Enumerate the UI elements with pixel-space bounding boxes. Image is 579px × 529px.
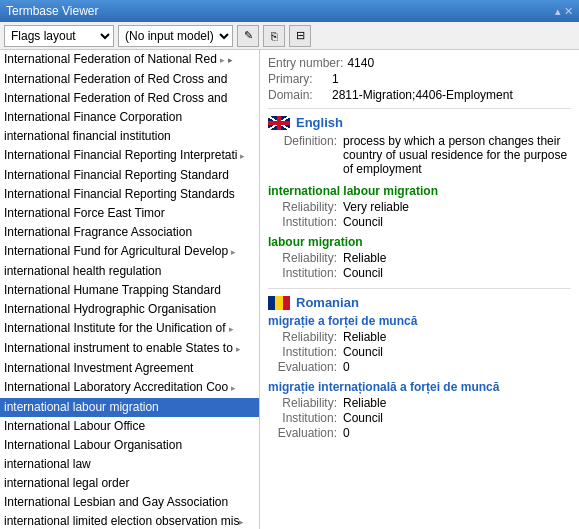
definition-text: process by which a person changes their … bbox=[343, 134, 571, 176]
ro-reliability-label-1: Reliability: bbox=[268, 330, 343, 344]
list-item-selected[interactable]: international labour migration bbox=[0, 398, 259, 417]
ro-term-name-1: migrație a forței de muncă bbox=[268, 314, 571, 328]
list-item[interactable]: international law bbox=[0, 455, 259, 474]
list-item[interactable]: International instrument to enable State… bbox=[0, 339, 259, 359]
list-item[interactable]: international limited election observati… bbox=[0, 512, 259, 529]
list-item[interactable]: International Financial Reporting Interp… bbox=[0, 146, 259, 166]
ro-reliability-value-1: Reliable bbox=[343, 330, 386, 344]
ro-reliability-value-2: Reliable bbox=[343, 396, 386, 410]
list-item[interactable]: International Fragrance Association bbox=[0, 223, 259, 242]
ro-evaluation-value-1: 0 bbox=[343, 360, 350, 374]
main-area: International Federation of National Red… bbox=[0, 50, 579, 529]
term-name-1: international labour migration bbox=[268, 184, 571, 198]
definition-block: Definition: process by which a person ch… bbox=[268, 134, 571, 176]
english-section: English Definition: process by which a p… bbox=[268, 115, 571, 280]
edit-button[interactable]: ✎ bbox=[237, 25, 259, 47]
list-item[interactable]: International Laboratory Accreditation C… bbox=[0, 378, 259, 398]
toolbar: Flags layout Text layout Compact layout … bbox=[0, 22, 579, 50]
term-list: International Federation of National Red… bbox=[0, 50, 260, 529]
term-name-2: labour migration bbox=[268, 235, 571, 249]
title-bar-controls: ▴ ✕ bbox=[555, 5, 573, 18]
divider-2 bbox=[268, 288, 571, 289]
list-item[interactable]: International Fund for Agricultural Deve… bbox=[0, 242, 259, 262]
entry-number-value: 4140 bbox=[347, 56, 374, 70]
english-term-1: international labour migration Reliabili… bbox=[268, 184, 571, 229]
reliability-label-1: Reliability: bbox=[268, 200, 343, 214]
copy-button[interactable]: ⎘ bbox=[263, 25, 285, 47]
romanian-term-2: migrație internațională a forței de munc… bbox=[268, 380, 571, 440]
reliability-label-2: Reliability: bbox=[268, 251, 343, 265]
ro-term-name-2: migrație internațională a forței de munc… bbox=[268, 380, 571, 394]
list-item[interactable]: International Humane Trapping Standard bbox=[0, 281, 259, 300]
app-title: Termbase Viewer bbox=[6, 4, 98, 18]
layout-select[interactable]: Flags layout Text layout Compact layout bbox=[4, 25, 114, 47]
list-item[interactable]: International Hydrographic Organisation bbox=[0, 300, 259, 319]
list-item[interactable]: International Force East Timor bbox=[0, 204, 259, 223]
list-item[interactable]: International Federation of National Red… bbox=[0, 50, 259, 70]
list-item[interactable]: International Financial Reporting Standa… bbox=[0, 185, 259, 204]
print-button[interactable]: ⊟ bbox=[289, 25, 311, 47]
ro-evaluation-label-1: Evaluation: bbox=[268, 360, 343, 374]
ro-institution-label-1: Institution: bbox=[268, 345, 343, 359]
primary-value: 1 bbox=[332, 72, 339, 86]
entry-number-label: Entry number: bbox=[268, 56, 343, 70]
reliability-value-1: Very reliable bbox=[343, 200, 409, 214]
list-item[interactable]: International Federation of Red Cross an… bbox=[0, 89, 259, 108]
list-item[interactable]: International Labour Office bbox=[0, 417, 259, 436]
uk-flag-icon bbox=[268, 116, 290, 130]
list-item[interactable]: International Investment Agreement bbox=[0, 359, 259, 378]
ro-evaluation-label-2: Evaluation: bbox=[268, 426, 343, 440]
list-item[interactable]: international financial institution bbox=[0, 127, 259, 146]
title-bar: Termbase Viewer ▴ ✕ bbox=[0, 0, 579, 22]
ro-institution-value-2: Council bbox=[343, 411, 383, 425]
ro-reliability-label-2: Reliability: bbox=[268, 396, 343, 410]
list-item[interactable]: international health regulation bbox=[0, 262, 259, 281]
list-item[interactable]: International Finance Corporation bbox=[0, 108, 259, 127]
list-item[interactable]: International Financial Reporting Standa… bbox=[0, 166, 259, 185]
ro-evaluation-value-2: 0 bbox=[343, 426, 350, 440]
english-lang-header: English bbox=[268, 115, 571, 130]
romanian-flag-icon bbox=[268, 296, 290, 310]
entry-header: Entry number: 4140 Primary: 1 Domain: 28… bbox=[268, 56, 571, 102]
primary-label: Primary: bbox=[268, 72, 328, 86]
institution-label-2: Institution: bbox=[268, 266, 343, 280]
list-item[interactable]: international legal order bbox=[0, 474, 259, 493]
institution-value-2: Council bbox=[343, 266, 383, 280]
romanian-term-1: migrație a forței de muncă Reliability: … bbox=[268, 314, 571, 374]
english-lang-label: English bbox=[296, 115, 343, 130]
romanian-section: Romanian migrație a forței de muncă Reli… bbox=[268, 295, 571, 440]
divider bbox=[268, 108, 571, 109]
list-item[interactable]: International Federation of Red Cross an… bbox=[0, 70, 259, 89]
institution-label-1: Institution: bbox=[268, 215, 343, 229]
english-term-2: labour migration Reliability: Reliable I… bbox=[268, 235, 571, 280]
list-item[interactable]: International Labour Organisation bbox=[0, 436, 259, 455]
entry-detail: Entry number: 4140 Primary: 1 Domain: 28… bbox=[260, 50, 579, 529]
romanian-lang-header: Romanian bbox=[268, 295, 571, 310]
institution-value-1: Council bbox=[343, 215, 383, 229]
reliability-value-2: Reliable bbox=[343, 251, 386, 265]
ro-institution-label-2: Institution: bbox=[268, 411, 343, 425]
domain-label: Domain: bbox=[268, 88, 328, 102]
model-select[interactable]: (No input model) bbox=[118, 25, 233, 47]
domain-value: 2811-Migration;4406-Employment bbox=[332, 88, 513, 102]
definition-label: Definition: bbox=[268, 134, 343, 176]
list-item[interactable]: International Institute for the Unificat… bbox=[0, 319, 259, 339]
romanian-lang-label: Romanian bbox=[296, 295, 359, 310]
ro-institution-value-1: Council bbox=[343, 345, 383, 359]
list-item[interactable]: International Lesbian and Gay Associatio… bbox=[0, 493, 259, 512]
